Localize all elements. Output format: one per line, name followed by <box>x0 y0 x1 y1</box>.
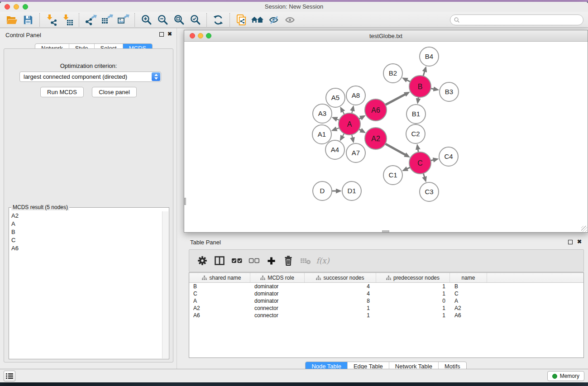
delete-columns-button[interactable] <box>280 253 297 269</box>
graph-node-D1[interactable]: D1 <box>342 181 361 200</box>
graph-node-B4[interactable]: B4 <box>420 47 439 66</box>
create-column-button[interactable] <box>263 253 280 269</box>
table-row[interactable]: Bdominator41B <box>189 283 583 290</box>
column-header-mcds-role[interactable]: MCDS role <box>250 273 305 282</box>
hide-selected-button[interactable] <box>266 13 282 27</box>
graph-node-A[interactable]: A <box>339 113 360 135</box>
table-options-button[interactable] <box>194 253 211 269</box>
column-header-predecessor-nodes[interactable]: predecessor nodes <box>376 273 450 282</box>
graph-node-B3[interactable]: B3 <box>440 82 459 101</box>
graph-node-C3[interactable]: C3 <box>420 182 439 201</box>
import-table-button[interactable] <box>59 13 76 27</box>
graph-node-C2[interactable]: C2 <box>406 124 425 143</box>
import-network-button[interactable] <box>43 13 59 27</box>
graph-node-A5[interactable]: A5 <box>326 88 345 107</box>
svg-text:D1: D1 <box>347 187 356 195</box>
graph-node-B1[interactable]: B1 <box>406 105 425 124</box>
close-panel-icon[interactable]: ✖ <box>167 31 172 37</box>
graph-edge-A-A3[interactable] <box>336 119 339 120</box>
graph-edge-A-A8[interactable] <box>352 110 353 113</box>
graph-edge-A6-B[interactable] <box>385 94 406 105</box>
duplicate-network-button[interactable] <box>233 13 249 27</box>
criterion-select[interactable]: largest connected component (directed) <box>19 71 161 82</box>
export-network-button[interactable] <box>82 13 99 27</box>
toolbar-search <box>450 14 583 25</box>
graph-node-A2[interactable]: A2 <box>365 128 387 149</box>
export-image-icon <box>117 14 129 26</box>
table-row[interactable]: A2connector11A2 <box>189 305 583 312</box>
graph-edge-C-C4[interactable] <box>430 160 434 161</box>
mcds-result-item[interactable]: B <box>10 228 162 236</box>
table-row[interactable]: Adominator80A <box>189 297 583 305</box>
graph-edge-A-A4[interactable] <box>342 133 344 137</box>
graph-edge-A-A5[interactable] <box>342 110 344 114</box>
save-session-button[interactable] <box>20 13 36 27</box>
table-cell: A <box>450 298 487 304</box>
graph-node-A6[interactable]: A6 <box>365 99 387 121</box>
table-row[interactable]: Cdominator41C <box>189 290 583 297</box>
graph-edge-C-C2[interactable] <box>418 148 418 152</box>
graph-node-C1[interactable]: C1 <box>383 166 402 185</box>
graph-node-C[interactable]: C <box>409 152 431 174</box>
graph-edge-A-A6[interactable] <box>359 117 362 119</box>
table-cell: A6 <box>450 312 487 319</box>
graph-edge-C-C1[interactable] <box>406 167 410 169</box>
graph-node-C4[interactable]: C4 <box>439 147 458 166</box>
open-session-button[interactable] <box>4 13 20 27</box>
graph-node-B[interactable]: B <box>409 76 431 97</box>
graph-node-A8[interactable]: A8 <box>346 86 365 105</box>
graph-node-A3[interactable]: A3 <box>313 104 332 123</box>
refresh-network-button[interactable] <box>210 13 226 27</box>
table-cell: B <box>450 283 487 290</box>
graph-edge-B-B2[interactable] <box>406 80 411 82</box>
column-header-shared-name[interactable]: shared name <box>189 273 250 282</box>
graph-edge-A-A2[interactable] <box>359 129 362 131</box>
column-header-name[interactable]: name <box>450 273 487 282</box>
select-all-columns-button[interactable] <box>228 253 245 269</box>
deselect-all-columns-button[interactable] <box>245 253 263 269</box>
close-table-panel-icon[interactable]: ✖ <box>577 238 582 245</box>
zoom-selected-button[interactable] <box>187 13 203 27</box>
export-table-button[interactable] <box>99 13 115 27</box>
svg-text:B2: B2 <box>389 69 397 77</box>
memory-button[interactable]: Memory <box>547 371 584 381</box>
float-panel-icon[interactable] <box>159 32 164 37</box>
home-networks-button[interactable] <box>249 13 266 27</box>
table-row[interactable]: A6connector11A6 <box>189 312 583 319</box>
mcds-result-item[interactable]: A <box>10 219 162 228</box>
canvas-horizontal-handle[interactable] <box>382 230 389 232</box>
column-header-successor-nodes[interactable]: successor nodes <box>305 273 376 282</box>
delete-table-button[interactable] <box>297 253 314 269</box>
graph-edge-B-B4[interactable] <box>423 71 425 76</box>
function-builder-button[interactable]: f(x) <box>314 253 331 269</box>
graph-edge-A-A7[interactable] <box>352 134 353 138</box>
zoom-fit-button[interactable] <box>171 13 187 27</box>
mcds-result-list: A2ABCA6 <box>10 211 162 358</box>
window-resize-grip[interactable] <box>581 226 587 232</box>
mcds-result-item[interactable]: A6 <box>10 244 162 252</box>
graph-node-A7[interactable]: A7 <box>346 143 365 162</box>
zoom-in-button[interactable] <box>138 13 154 27</box>
show-column-panel-button[interactable] <box>211 253 228 269</box>
mcds-result-item[interactable]: A2 <box>10 211 162 219</box>
canvas-vertical-handle[interactable] <box>184 198 186 205</box>
float-table-panel-icon[interactable] <box>568 240 573 244</box>
graph-edge-B-B3[interactable] <box>431 88 435 89</box>
graph-node-A4[interactable]: A4 <box>325 140 344 159</box>
show-task-history-button[interactable] <box>4 371 15 381</box>
search-input[interactable] <box>460 15 583 24</box>
graph-edge-A-A1[interactable] <box>335 128 339 129</box>
graph-edge-C-C3[interactable] <box>423 173 425 178</box>
mcds-result-item[interactable]: C <box>10 236 162 244</box>
run-mcds-button[interactable]: Run MCDS <box>40 87 84 97</box>
close-panel-button[interactable]: Close panel <box>92 87 137 97</box>
mcds-result-scrollbar[interactable] <box>162 211 168 358</box>
graph-node-A1[interactable]: A1 <box>312 125 331 144</box>
graph-node-D[interactable]: D <box>313 181 332 200</box>
graph-edge-A2-C[interactable] <box>385 144 406 156</box>
network-canvas[interactable]: B4B2BB3A8A5A6A3B1AA1C2A2A4A7C4CC1DD1C3 <box>184 42 588 232</box>
export-image-button[interactable] <box>115 13 131 27</box>
show-hidden-button[interactable] <box>282 13 298 27</box>
zoom-out-button[interactable] <box>154 13 171 27</box>
graph-node-B2[interactable]: B2 <box>383 64 402 83</box>
